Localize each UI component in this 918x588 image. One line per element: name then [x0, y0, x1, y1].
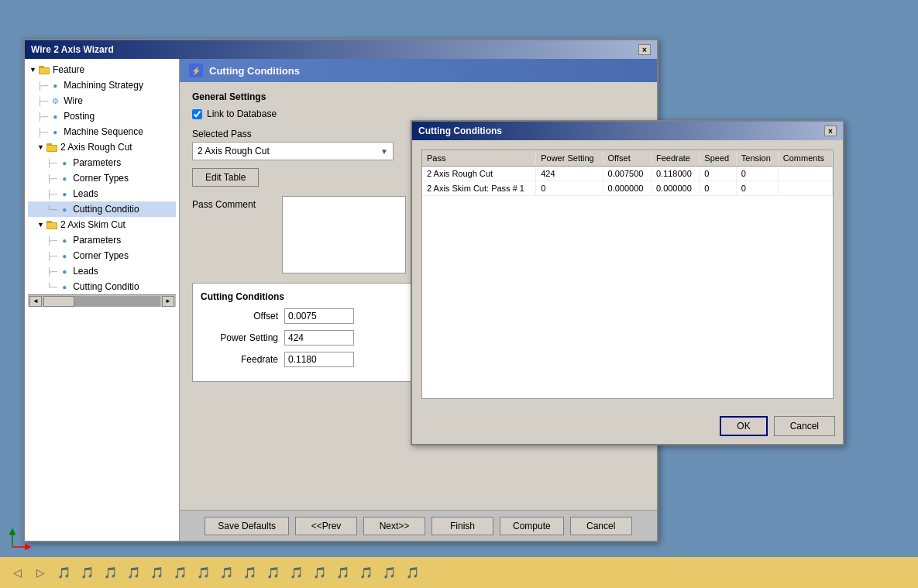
- feedrate-label: Feedrate: [201, 354, 278, 365]
- wizard-footer: Save Defaults <<Prev Next>> Finish Compu…: [180, 510, 657, 541]
- tree-item-machine-sequence[interactable]: ├─ ● Machine Sequence: [28, 124, 176, 139]
- tree-item-rough-cut[interactable]: ▼ 2 Axis Rough Cut: [28, 139, 176, 155]
- row1-pass: 2 Axis Rough Cut: [422, 167, 536, 181]
- tree-line-params-skim: ├─: [46, 236, 57, 245]
- power-setting-label: Power Setting: [201, 332, 278, 343]
- corner-types-skim-icon: ●: [58, 249, 70, 262]
- toolbar-icon-1[interactable]: 🎵: [53, 562, 74, 583]
- prev-button[interactable]: <<Prev: [295, 517, 357, 535]
- cutting-rough-icon: ●: [58, 203, 70, 215]
- pass-comment-label: Pass Comment: [192, 196, 270, 273]
- panel-title: Cutting Conditions: [209, 65, 300, 77]
- wizard-close-button[interactable]: ×: [638, 44, 651, 55]
- toolbar-icon-next[interactable]: ▷: [29, 562, 51, 583]
- selected-pass-dropdown[interactable]: 2 Axis Rough Cut ▼: [192, 142, 394, 160]
- tree-item-leads-rough[interactable]: ├─ ● Leads: [28, 186, 176, 201]
- toolbar-icon-9[interactable]: 🎵: [239, 562, 260, 583]
- row2-speed: 0: [700, 181, 736, 196]
- row1-power: 424: [536, 167, 603, 181]
- modal-body: Pass Power Setting Offset Feedrate Speed…: [412, 140, 843, 408]
- edit-table-button[interactable]: Edit Table: [192, 168, 259, 187]
- toolbar-icon-6[interactable]: 🎵: [169, 562, 191, 583]
- scroll-left-arrow[interactable]: ◄: [29, 296, 42, 307]
- row1-offset: 0.007500: [603, 167, 651, 181]
- cutting-conditions-table: Pass Power Setting Offset Feedrate Speed…: [422, 150, 833, 196]
- table-row[interactable]: 2 Axis Rough Cut 424 0.007500 0.118000 0…: [422, 167, 833, 181]
- table-header-offset: Offset: [603, 150, 651, 167]
- tree-label-corner-types-rough: Corner Types: [73, 173, 129, 184]
- tree-item-parameters-skim[interactable]: ├─ ● Parameters: [28, 232, 176, 248]
- modal-titlebar: Cutting Conditions ×: [412, 122, 843, 140]
- table-header-speed: Speed: [700, 150, 736, 167]
- finish-button[interactable]: Finish: [431, 517, 493, 535]
- tree-line-corner-skim: ├─: [46, 252, 57, 260]
- tree-item-wire[interactable]: ├─ ⚙ Wire: [28, 93, 176, 108]
- tree-label-posting: Posting: [64, 111, 95, 122]
- toolbar-icon-12[interactable]: 🎵: [308, 562, 330, 583]
- pass-comment-textarea[interactable]: [282, 196, 406, 273]
- tree-line-posting: ├─: [37, 112, 48, 121]
- toolbar-icon-8[interactable]: 🎵: [215, 562, 237, 583]
- tree-label-feature: Feature: [53, 64, 84, 75]
- tree-line-wire: ├─: [37, 97, 48, 105]
- tree-line-leads-skim: ├─: [46, 267, 57, 276]
- svg-rect-2: [40, 68, 49, 74]
- modal-ok-button[interactable]: OK: [720, 416, 767, 436]
- tree-label-cutting-skim: Cutting Conditio: [73, 281, 139, 292]
- toolbar-icon-15[interactable]: 🎵: [378, 562, 400, 583]
- tree-label-machining-strategy: Machining Strategy: [64, 80, 143, 91]
- row2-power: 0: [536, 181, 603, 196]
- scroll-right-arrow[interactable]: ►: [162, 296, 174, 307]
- next-button[interactable]: Next>>: [363, 517, 425, 535]
- modal-cancel-button[interactable]: Cancel: [774, 416, 835, 436]
- table-header-pass: Pass: [422, 150, 536, 167]
- tree-line-leads-rough: ├─: [46, 190, 57, 198]
- link-to-database-checkbox[interactable]: [192, 109, 202, 119]
- table-row[interactable]: 2 Axis Skim Cut: Pass # 1 0 0.000000 0.0…: [422, 181, 833, 196]
- tree-item-cutting-rough[interactable]: └─ ● Cutting Conditio: [28, 201, 176, 217]
- modal-footer: OK Cancel: [412, 408, 843, 444]
- tree-item-cutting-skim[interactable]: └─ ● Cutting Conditio: [28, 279, 176, 294]
- tree-label-cutting-rough: Cutting Conditio: [73, 204, 139, 215]
- toolbar-icon-prev[interactable]: ◁: [6, 562, 28, 583]
- toolbar-icon-11[interactable]: 🎵: [285, 562, 307, 583]
- expand-icon-skim: ▼: [37, 221, 44, 229]
- tree-item-feature[interactable]: ▼ Feature: [28, 62, 176, 77]
- row2-feedrate: 0.000000: [651, 181, 699, 196]
- wizard-titlebar: Wire 2 Axis Wizard ×: [25, 40, 657, 59]
- tree-label-machine-sequence: Machine Sequence: [64, 126, 143, 137]
- offset-input[interactable]: [284, 308, 354, 324]
- toolbar-icon-4[interactable]: 🎵: [122, 562, 144, 583]
- tree-line-cutting-rough: └─: [46, 205, 57, 214]
- modal-close-button[interactable]: ×: [824, 126, 837, 136]
- tree-item-skim-cut[interactable]: ▼ 2 Axis Skim Cut: [28, 217, 176, 232]
- tree-item-corner-types-skim[interactable]: ├─ ● Corner Types: [28, 248, 176, 263]
- toolbar-icon-14[interactable]: 🎵: [355, 562, 376, 583]
- toolbar-icon-10[interactable]: 🎵: [262, 562, 284, 583]
- tree-item-posting[interactable]: ├─ ● Posting: [28, 108, 176, 124]
- scroll-track: [43, 296, 160, 307]
- toolbar-icon-7[interactable]: 🎵: [192, 562, 214, 583]
- cancel-wizard-button[interactable]: Cancel: [570, 517, 632, 535]
- save-defaults-button[interactable]: Save Defaults: [205, 517, 289, 535]
- modal-title: Cutting Conditions: [418, 126, 502, 136]
- tree-label-rough-cut: 2 Axis Rough Cut: [60, 142, 132, 153]
- toolbar-icon-16[interactable]: 🎵: [401, 562, 423, 583]
- toolbar-icon-13[interactable]: 🎵: [332, 562, 353, 583]
- scroll-thumb[interactable]: [43, 296, 74, 307]
- power-setting-input[interactable]: [284, 330, 354, 346]
- toolbar-icon-2[interactable]: 🎵: [76, 562, 98, 583]
- compute-button[interactable]: Compute: [500, 517, 564, 535]
- tree-item-leads-skim[interactable]: ├─ ● Leads: [28, 263, 176, 279]
- toolbar-icon-3[interactable]: 🎵: [99, 562, 121, 583]
- tree-item-corner-types-rough[interactable]: ├─ ● Corner Types: [28, 170, 176, 186]
- expand-icon-feature: ▼: [29, 66, 36, 74]
- row1-comments: [778, 167, 832, 181]
- feedrate-input[interactable]: [284, 352, 354, 367]
- wizard-title: Wire 2 Axis Wizard: [31, 44, 114, 55]
- tree-label-skim-cut: 2 Axis Skim Cut: [60, 219, 125, 230]
- tree-item-machining-strategy[interactable]: ├─ ● Machining Strategy: [28, 77, 176, 93]
- row2-offset: 0.000000: [603, 181, 651, 196]
- tree-item-parameters-rough[interactable]: ├─ ● Parameters: [28, 155, 176, 170]
- toolbar-icon-5[interactable]: 🎵: [146, 562, 167, 583]
